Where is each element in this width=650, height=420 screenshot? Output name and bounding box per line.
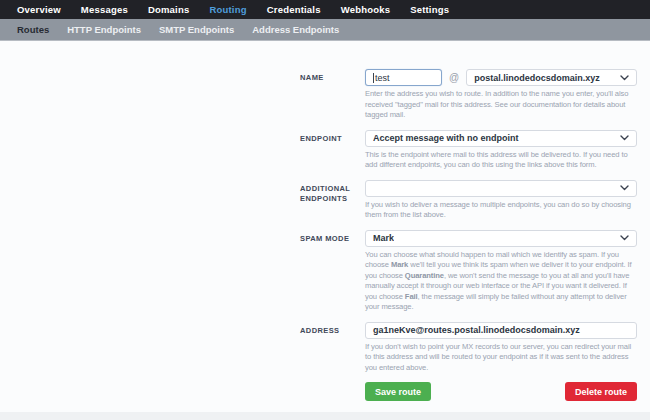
delete-route-button[interactable]: Delete route	[565, 382, 637, 401]
spam-mode-help-text: You can choose what should happen to mai…	[365, 250, 637, 313]
nav-messages[interactable]: Messages	[81, 4, 128, 15]
endpoint-label: ENDPOINT	[300, 130, 365, 171]
name-help-text: Enter the address you wish to route. In …	[365, 89, 637, 121]
name-input[interactable]: test	[365, 69, 442, 86]
spam-mode-label: SPAM MODE	[300, 230, 365, 313]
subnav-address-endpoints[interactable]: Address Endpoints	[252, 24, 339, 35]
name-row: NAME test @ postal.linodedocsdomain.xyz	[300, 69, 637, 121]
route-form: NAME test @ postal.linodedocsdomain.xyz	[0, 41, 650, 401]
address-input-value: ga1neKve@routes.postal.linodedocsdomain.…	[373, 325, 580, 335]
nav-routing[interactable]: Routing	[209, 4, 246, 15]
spam-mode-select-value: Mark	[373, 233, 394, 243]
chevron-down-icon	[620, 135, 629, 141]
domain-select[interactable]: postal.linodedocsdomain.xyz	[466, 69, 637, 86]
nav-settings[interactable]: Settings	[410, 4, 449, 15]
name-label: NAME	[300, 69, 365, 121]
text-caret	[373, 73, 374, 83]
route-editor-page: NAME test @ postal.linodedocsdomain.xyz	[0, 40, 650, 412]
subnav-routes[interactable]: Routes	[17, 24, 49, 35]
additional-endpoints-row: ADDITIONAL ENDPOINTS If you wish to deli…	[300, 180, 637, 221]
chevron-down-icon	[620, 235, 629, 241]
chevron-down-icon	[620, 185, 629, 191]
nav-domains[interactable]: Domains	[148, 4, 190, 15]
endpoint-help-text: This is the endpoint where mail to this …	[365, 150, 637, 171]
endpoint-select-value: Accept message with no endpoint	[373, 133, 519, 143]
domain-select-value: postal.linodedocsdomain.xyz	[474, 73, 600, 83]
at-symbol: @	[449, 72, 459, 83]
primary-nav: Overview Messages Domains Routing Creden…	[0, 0, 650, 19]
spam-mode-select[interactable]: Mark	[365, 230, 637, 247]
endpoint-select[interactable]: Accept message with no endpoint	[365, 130, 637, 147]
additional-endpoints-label: ADDITIONAL ENDPOINTS	[300, 180, 365, 221]
spam-mode-row: SPAM MODE Mark You can choose what shoul…	[300, 230, 637, 313]
additional-endpoints-help-text: If you wish to deliver a message to mult…	[365, 200, 637, 221]
additional-endpoints-select[interactable]	[365, 180, 637, 197]
secondary-nav: Routes HTTP Endpoints SMTP Endpoints Add…	[0, 19, 650, 40]
name-input-value: test	[375, 73, 390, 83]
address-label: ADDRESS	[300, 322, 365, 374]
subnav-http-endpoints[interactable]: HTTP Endpoints	[67, 24, 141, 35]
save-route-button[interactable]: Save route	[365, 382, 431, 401]
chevron-down-icon	[620, 75, 629, 81]
address-row: ADDRESS ga1neKve@routes.postal.linodedoc…	[300, 322, 637, 374]
form-actions: Save route Delete route	[365, 382, 637, 401]
subnav-smtp-endpoints[interactable]: SMTP Endpoints	[159, 24, 234, 35]
nav-credentials[interactable]: Credentials	[267, 4, 321, 15]
nav-overview[interactable]: Overview	[17, 4, 61, 15]
nav-webhooks[interactable]: Webhooks	[341, 4, 390, 15]
address-input[interactable]: ga1neKve@routes.postal.linodedocsdomain.…	[365, 322, 637, 339]
endpoint-row: ENDPOINT Accept message with no endpoint…	[300, 130, 637, 171]
address-help-text: If you don't wish to point your MX recor…	[365, 342, 637, 374]
